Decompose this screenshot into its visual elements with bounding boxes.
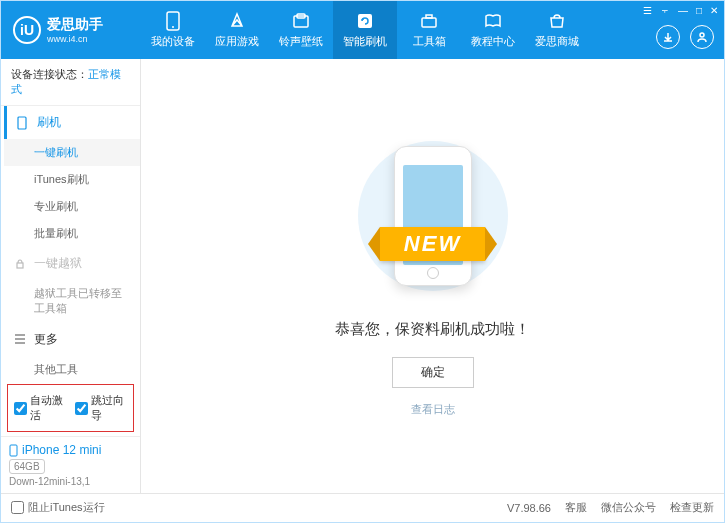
footer: 阻止iTunes运行 V7.98.66 客服 微信公众号 检查更新: [1, 493, 724, 521]
svg-rect-4: [358, 14, 372, 28]
device-extra: Down-12mini-13,1: [9, 476, 132, 487]
svg-rect-6: [426, 15, 432, 18]
menu-jailbreak[interactable]: 一键越狱: [4, 247, 140, 280]
device-status: 设备连接状态：正常模式: [1, 59, 140, 106]
footer-update[interactable]: 检查更新: [670, 500, 714, 515]
download-icon[interactable]: [656, 25, 680, 49]
device-info: iPhone 12 mini 64GB Down-12mini-13,1: [1, 436, 140, 493]
nav-apps[interactable]: 应用游戏: [205, 1, 269, 59]
logo-area: iU 爱思助手 www.i4.cn: [1, 16, 141, 44]
app-url: www.i4.cn: [47, 34, 103, 44]
window-controls: ☰ ⫟ — □ ✕: [643, 5, 718, 16]
svg-rect-10: [10, 445, 17, 456]
nav-toolbox[interactable]: 工具箱: [397, 1, 461, 59]
submenu-oneclick-flash[interactable]: 一键刷机: [4, 139, 140, 166]
nav-my-device[interactable]: 我的设备: [141, 1, 205, 59]
maximize-icon[interactable]: □: [696, 5, 702, 16]
svg-rect-5: [422, 18, 436, 27]
lock-small-icon: [14, 258, 28, 270]
footer-wechat[interactable]: 微信公众号: [601, 500, 656, 515]
nav-ringtones[interactable]: 铃声壁纸: [269, 1, 333, 59]
checkbox-auto-activate[interactable]: 自动激活: [14, 393, 67, 423]
minimize-icon[interactable]: —: [678, 5, 688, 16]
sidebar: 设备连接状态：正常模式 刷机 一键刷机 iTunes刷机 专业刷机 批量刷机 一…: [1, 59, 141, 493]
apps-icon: [227, 11, 247, 31]
checkbox-skip-guide[interactable]: 跳过向导: [75, 393, 128, 423]
menu-more[interactable]: 更多: [4, 323, 140, 356]
device-name[interactable]: iPhone 12 mini: [9, 443, 132, 457]
menu-flash[interactable]: 刷机: [4, 106, 140, 139]
success-text: 恭喜您，保资料刷机成功啦！: [335, 320, 530, 339]
footer-support[interactable]: 客服: [565, 500, 587, 515]
refresh-icon: [355, 11, 375, 31]
checkbox-row: 自动激活 跳过向导: [7, 384, 134, 432]
nav-tutorials[interactable]: 教程中心: [461, 1, 525, 59]
submenu-other-tools[interactable]: 其他工具: [4, 356, 140, 380]
nav-flash[interactable]: 智能刷机: [333, 1, 397, 59]
logo-icon: iU: [13, 16, 41, 44]
success-illustration: NEW: [333, 136, 533, 296]
checkbox-block-itunes[interactable]: 阻止iTunes运行: [11, 500, 105, 515]
lock-icon[interactable]: ⫟: [660, 5, 670, 16]
main-content: NEW 恭喜您，保资料刷机成功啦！ 确定 查看日志: [141, 59, 724, 493]
phone-icon: [163, 11, 183, 31]
main-nav: 我的设备 应用游戏 铃声壁纸 智能刷机 工具箱 教程中心 爱思商城: [141, 1, 589, 59]
storage-badge: 64GB: [9, 459, 45, 474]
view-log-link[interactable]: 查看日志: [411, 402, 455, 417]
app-name: 爱思助手: [47, 16, 103, 34]
submenu-itunes-flash[interactable]: iTunes刷机: [4, 166, 140, 193]
svg-point-7: [700, 33, 704, 37]
store-icon: [547, 11, 567, 31]
menu-icon[interactable]: ☰: [643, 5, 652, 16]
submenu-pro-flash[interactable]: 专业刷机: [4, 193, 140, 220]
svg-point-1: [172, 26, 174, 28]
app-header: iU 爱思助手 www.i4.cn 我的设备 应用游戏 铃声壁纸 智能刷机 工具…: [1, 1, 724, 59]
list-icon: [14, 334, 28, 344]
device-small-icon: [9, 444, 18, 457]
svg-rect-9: [17, 263, 23, 268]
wallet-icon: [291, 11, 311, 31]
new-banner: NEW: [380, 227, 485, 261]
close-icon[interactable]: ✕: [710, 5, 718, 16]
version-label: V7.98.66: [507, 502, 551, 514]
jailbreak-note: 越狱工具已转移至工具箱: [4, 280, 140, 323]
svg-rect-8: [18, 117, 26, 129]
phone-small-icon: [17, 116, 31, 130]
toolbox-icon: [419, 11, 439, 31]
nav-store[interactable]: 爱思商城: [525, 1, 589, 59]
submenu-batch-flash[interactable]: 批量刷机: [4, 220, 140, 247]
confirm-button[interactable]: 确定: [392, 357, 474, 388]
user-icon[interactable]: [690, 25, 714, 49]
book-icon: [483, 11, 503, 31]
